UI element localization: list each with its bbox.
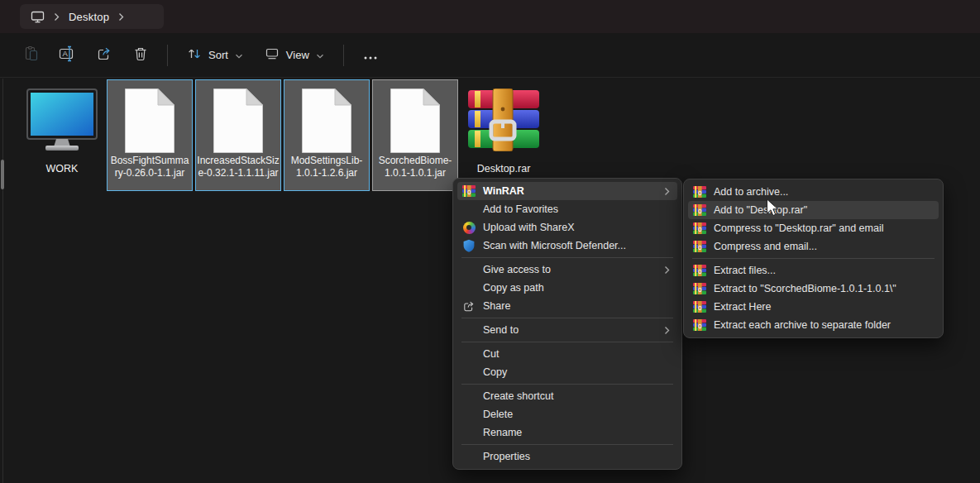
breadcrumb-location[interactable]: Desktop (69, 11, 109, 23)
ellipsis-icon (364, 48, 377, 63)
winrar-icon (693, 185, 706, 198)
desktop-item-desktop-rar[interactable]: Desktop.rar (461, 79, 547, 191)
scrollbar-track[interactable] (2, 79, 3, 483)
submenu-arrow-icon (664, 326, 672, 335)
sharex-icon (462, 221, 476, 234)
winrar-archive-icon (466, 88, 541, 155)
desktop-item-modsettingslib[interactable]: ModSettingsLib- 1.0.1-1.2.6.jar (284, 79, 370, 191)
menu-item-copy[interactable]: Copy (457, 363, 677, 381)
desktop-item-bossfightsummary[interactable]: BossFightSumma ry-0.26.0-1.1.jar (107, 79, 193, 191)
menu-item-cut[interactable]: Cut (457, 345, 677, 363)
item-label-line1: ScorchedBiome- (374, 155, 457, 167)
paste-icon (23, 45, 40, 65)
submenu-item-extract-each-archive[interactable]: Extract each archive to separate folder (688, 316, 939, 334)
item-label-line2: 1.0.1-1.2.6.jar (285, 167, 368, 179)
desktop-monitor-icon[interactable] (31, 11, 45, 23)
winrar-icon (693, 264, 706, 277)
desktop-item-increasedstacksize[interactable]: IncreasedStackSiz e-0.32.1-1.1.11.jar (195, 79, 281, 191)
context-menu: WinRAR Add to Favorites Upload with Shar… (452, 178, 682, 470)
menu-item-create-shortcut[interactable]: Create shortcut (457, 387, 677, 405)
chevron-down-icon (235, 49, 243, 61)
view-label: View (286, 49, 309, 61)
menu-separator (461, 384, 673, 385)
defender-shield-icon (462, 239, 476, 252)
view-dropdown[interactable]: View (254, 41, 335, 70)
chevron-right-icon[interactable] (118, 12, 124, 22)
chevron-down-icon (316, 49, 324, 61)
winrar-icon (693, 222, 706, 235)
menu-item-add-to-favorites[interactable]: Add to Favorites (457, 200, 677, 218)
rename-button[interactable]: A (50, 41, 86, 70)
see-more-button[interactable] (352, 41, 389, 70)
desktop-item-work[interactable]: WORK (19, 79, 105, 191)
desktop-item-scorchedbiome[interactable]: ScorchedBiome- 1.0.1-1.0.1.jar (372, 79, 458, 191)
menu-item-upload-with-sharex[interactable]: Upload with ShareX (457, 218, 677, 237)
rename-icon: A (59, 45, 77, 65)
paste-button[interactable] (13, 41, 50, 70)
submenu-arrow-icon (664, 187, 672, 196)
winrar-submenu: Add to archive... Add to "Desktop.rar" C… (683, 179, 944, 338)
menu-separator (461, 444, 673, 445)
delete-button[interactable] (122, 41, 159, 70)
share-icon (96, 45, 112, 65)
toolbar-divider (343, 45, 344, 66)
item-label: WORK (13, 163, 111, 175)
sort-icon (187, 47, 202, 63)
share-button[interactable] (86, 41, 122, 70)
trash-icon (132, 45, 149, 65)
menu-separator (461, 318, 673, 318)
sort-label: Sort (208, 49, 228, 61)
menu-item-scan-with-defender[interactable]: Scan with Microsoft Defender... (457, 237, 677, 255)
item-label: Desktop.rar (455, 163, 552, 175)
item-label-line1: IncreasedStackSiz (197, 155, 280, 167)
item-label-line2: e-0.32.1-1.1.11.jar (197, 167, 280, 179)
file-explorer-window: Desktop A (0, 0, 980, 483)
file-icon (301, 88, 352, 157)
svg-text:A: A (63, 49, 69, 58)
file-icon (124, 88, 175, 157)
winrar-icon (693, 318, 706, 332)
winrar-icon (462, 184, 476, 198)
submenu-item-add-to-desktop-rar[interactable]: Add to "Desktop.rar" (688, 201, 939, 219)
toolbar-divider (167, 45, 168, 66)
winrar-icon (693, 240, 706, 253)
command-toolbar: A (0, 33, 980, 78)
menu-item-rename[interactable]: Rename (457, 423, 677, 442)
chevron-right-icon (54, 12, 60, 22)
submenu-item-extract-here[interactable]: Extract Here (688, 298, 939, 316)
submenu-item-extract-to-scorchedbiome[interactable]: Extract to "ScorchedBiome-1.0.1-1.0.1\" (688, 280, 939, 298)
submenu-arrow-icon (664, 265, 672, 275)
winrar-icon (693, 300, 706, 313)
view-icon (265, 47, 280, 63)
breadcrumb[interactable]: Desktop (20, 4, 164, 29)
menu-separator (692, 258, 935, 259)
item-label-line2: ry-0.26.0-1.1.jar (108, 167, 191, 179)
menu-item-copy-as-path[interactable]: Copy as path (457, 279, 677, 297)
submenu-item-compress-to-desktop-rar-and-email[interactable]: Compress to "Desktop.rar" and email (688, 219, 939, 237)
menu-separator (461, 257, 673, 258)
file-icon (390, 88, 441, 157)
sort-dropdown[interactable]: Sort (176, 41, 254, 70)
file-icon (213, 88, 264, 157)
item-label-line1: BossFightSumma (108, 155, 191, 167)
menu-separator (461, 342, 673, 342)
share-icon (462, 299, 476, 313)
menu-item-winrar[interactable]: WinRAR (457, 182, 677, 200)
monitor-icon (24, 88, 100, 156)
winrar-icon (693, 203, 706, 217)
winrar-icon (693, 282, 706, 295)
menu-item-give-access-to[interactable]: Give access to (457, 261, 677, 279)
mouse-cursor-icon (766, 198, 780, 222)
scrollbar-thumb[interactable] (1, 160, 4, 189)
menu-item-delete[interactable]: Delete (457, 405, 677, 423)
item-label-line1: ModSettingsLib- (285, 155, 368, 167)
submenu-item-add-to-archive[interactable]: Add to archive... (688, 183, 939, 201)
item-label-line2: 1.0.1-1.0.1.jar (374, 167, 457, 179)
submenu-item-extract-files[interactable]: Extract files... (688, 261, 939, 280)
title-bar: Desktop (0, 0, 980, 33)
menu-item-properties[interactable]: Properties (457, 447, 677, 466)
submenu-item-compress-and-email[interactable]: Compress and email... (688, 237, 939, 256)
menu-item-share[interactable]: Share (457, 297, 677, 315)
menu-item-send-to[interactable]: Send to (457, 321, 677, 339)
